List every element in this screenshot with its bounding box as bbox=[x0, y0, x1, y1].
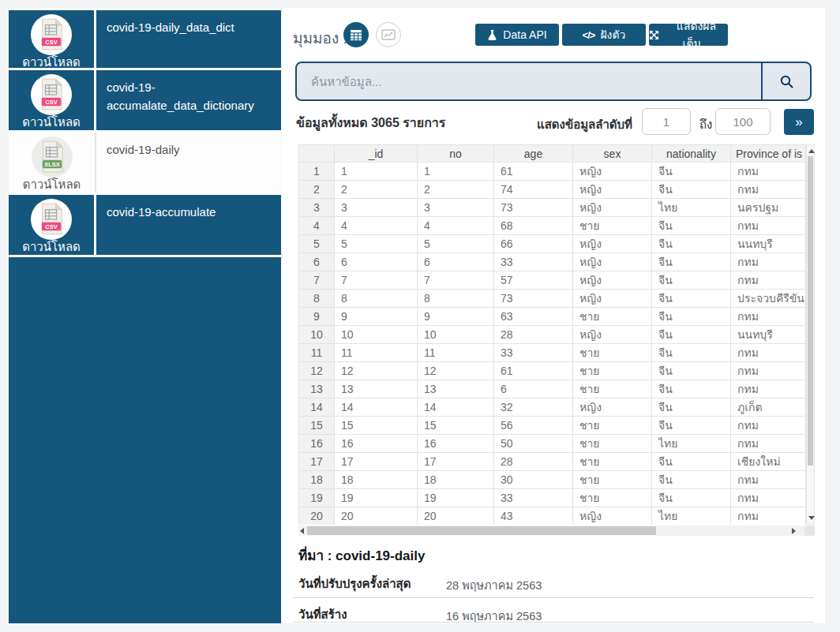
data-cell: จีน bbox=[652, 253, 731, 271]
table-row: 55566หญิงจีนนนทบุรี bbox=[299, 235, 807, 253]
download-cell[interactable]: CSVดาวน์โหลด bbox=[9, 10, 96, 68]
data-cell: จีน bbox=[652, 326, 731, 344]
data-cell: นครปฐม bbox=[731, 199, 807, 217]
data-cell: 61 bbox=[494, 362, 573, 380]
data-cell: 18 bbox=[335, 471, 418, 489]
data-cell: 11 bbox=[418, 344, 494, 362]
data-cell: ไทย bbox=[652, 199, 731, 217]
row-number-cell: 8 bbox=[299, 290, 335, 308]
row-number-cell: 14 bbox=[299, 398, 335, 417]
fullscreen-button[interactable]: แสดงผลเต็ม... bbox=[649, 24, 728, 46]
scroll-up-arrow[interactable] bbox=[808, 149, 815, 153]
data-cell: 3 bbox=[335, 199, 418, 217]
table-row: 77757หญิงจีนกทม bbox=[299, 271, 807, 290]
data-cell: 13 bbox=[335, 380, 418, 398]
table-row: 19191933ชายจีนกทม bbox=[299, 489, 807, 507]
data-cell: 57 bbox=[494, 271, 573, 290]
row-number-cell: 19 bbox=[299, 489, 335, 507]
divider bbox=[293, 597, 814, 598]
data-cell: 13 bbox=[418, 380, 494, 398]
data-cell: 10 bbox=[418, 326, 494, 344]
download-label: ดาวน์โหลด bbox=[9, 115, 94, 129]
scroll-down-arrow[interactable] bbox=[808, 516, 815, 520]
download-cell[interactable]: CSVดาวน์โหลด bbox=[9, 70, 96, 130]
data-cell: 2 bbox=[418, 181, 494, 199]
data-cell: 6 bbox=[494, 380, 573, 398]
row-number-cell: 12 bbox=[299, 362, 335, 380]
line-chart-icon bbox=[381, 29, 396, 40]
download-cell[interactable]: XLSXดาวน์โหลด bbox=[9, 133, 96, 193]
table-row: 99963ชายจีนกทม bbox=[299, 308, 807, 326]
data-cell: กทม bbox=[731, 471, 807, 489]
last-updated-label: วันที่ปรับปรุงครั้งล่าสุด bbox=[298, 574, 411, 593]
table-row: 12121261ชายจีนกทม bbox=[299, 362, 807, 380]
range-to-input[interactable] bbox=[715, 108, 771, 135]
file-item-covid-19-accumulate[interactable]: CSVดาวน์โหลดcovid-19-accumulate bbox=[9, 195, 281, 257]
table-grid-icon bbox=[350, 29, 362, 41]
data-cell: ชาย bbox=[573, 453, 652, 471]
next-page-button[interactable]: » bbox=[784, 109, 814, 135]
data-cell: นนทบุรี bbox=[731, 235, 807, 253]
data-cell: 73 bbox=[494, 290, 573, 308]
horizontal-scrollbar[interactable] bbox=[298, 525, 815, 536]
data-cell: จีน bbox=[652, 471, 731, 489]
file-name: covid-19-daily bbox=[96, 133, 281, 193]
range-from-input[interactable] bbox=[642, 108, 691, 135]
data-cell: 66 bbox=[494, 235, 573, 253]
data-cell: ชาย bbox=[573, 380, 652, 398]
vertical-scrollbar[interactable] bbox=[806, 144, 815, 525]
file-item-covid-19-daily_data_dict[interactable]: CSVดาวน์โหลดcovid-19-daily_data_dict bbox=[9, 8, 281, 70]
vertical-scroll-thumb[interactable] bbox=[808, 156, 813, 466]
data-cell: 1 bbox=[335, 163, 418, 181]
table-row: 11111133ชายจีนกทม bbox=[299, 344, 807, 362]
data-cell: ชาย bbox=[573, 308, 652, 326]
data-cell: จีน bbox=[652, 308, 731, 326]
data-cell: 16 bbox=[335, 435, 418, 453]
horizontal-scroll-thumb[interactable] bbox=[307, 526, 656, 535]
file-item-covid-19-daily[interactable]: XLSXดาวน์โหลดcovid-19-daily bbox=[9, 133, 281, 195]
data-cell: 2 bbox=[335, 181, 418, 199]
data-cell: หญิง bbox=[573, 253, 652, 271]
svg-text:CSV: CSV bbox=[45, 99, 58, 106]
data-cell: 43 bbox=[494, 507, 573, 525]
last-updated-value: 28 พฤษภาคม 2563 bbox=[446, 576, 542, 594]
data-cell: 12 bbox=[335, 362, 418, 380]
data-cell: 15 bbox=[418, 417, 494, 435]
scroll-right-arrow[interactable] bbox=[792, 528, 796, 534]
data-cell: ประจวบคีรีขันธ์ bbox=[731, 290, 807, 308]
file-name: covid-19-accumulate bbox=[96, 195, 281, 255]
data-cell: หญิง bbox=[573, 235, 652, 253]
data-cell: 20 bbox=[418, 507, 494, 525]
data-cell: 9 bbox=[418, 308, 494, 326]
chart-view-button[interactable] bbox=[376, 22, 401, 47]
fullscreen-label: แสดงผลเต็ม... bbox=[665, 17, 728, 52]
data-cell: 19 bbox=[418, 489, 494, 507]
data-api-button[interactable]: Data API bbox=[475, 24, 559, 46]
file-format-icon: CSV bbox=[31, 74, 72, 115]
data-cell: 7 bbox=[418, 271, 494, 290]
data-cell: 17 bbox=[335, 453, 418, 471]
row-number-cell: 7 bbox=[299, 271, 335, 290]
search-button[interactable] bbox=[761, 63, 810, 99]
data-cell: 17 bbox=[418, 453, 494, 471]
data-cell: 19 bbox=[335, 489, 418, 507]
search-input[interactable] bbox=[297, 63, 761, 99]
data-cell: จีน bbox=[652, 362, 731, 380]
data-cell: จีน bbox=[652, 417, 731, 435]
data-cell: 16 bbox=[418, 435, 494, 453]
data-cell: ไทย bbox=[652, 435, 731, 453]
data-cell: 7 bbox=[335, 271, 418, 290]
data-cell: 63 bbox=[494, 308, 573, 326]
download-cell[interactable]: CSVดาวน์โหลด bbox=[9, 195, 96, 255]
file-item-covid-19-accumalate_data_dictionary[interactable]: CSVดาวน์โหลดcovid-19-accumalate_data_dic… bbox=[9, 70, 281, 133]
data-cell: จีน bbox=[652, 235, 731, 253]
scroll-left-arrow[interactable] bbox=[300, 528, 304, 534]
search-bar bbox=[295, 62, 812, 101]
source-label: ที่มา : bbox=[298, 548, 332, 563]
data-cell: กทม bbox=[731, 163, 807, 181]
embed-button[interactable]: </> ฝังตัว bbox=[562, 24, 646, 46]
data-cell: กทม bbox=[731, 417, 807, 435]
table-view-button[interactable] bbox=[343, 22, 369, 47]
column-header-no: no bbox=[418, 145, 494, 163]
table-row: 33373หญิงไทยนครปฐม bbox=[299, 199, 807, 217]
